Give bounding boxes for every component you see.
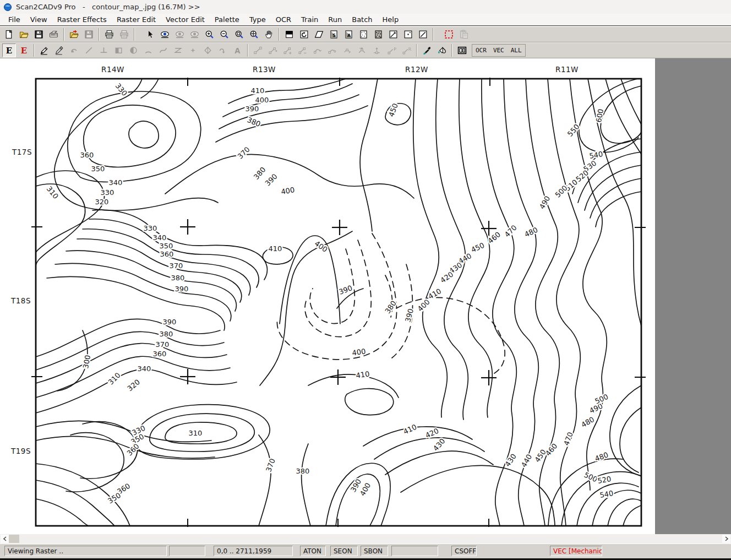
status-spare-2 [391,546,438,556]
menu-run[interactable]: Run [323,14,347,25]
node-rot2-icon [328,46,337,55]
arc-icon [144,46,153,55]
zoom-in-button[interactable] [203,28,216,41]
vector-edit-mode-button[interactable]: E [17,44,31,57]
contour-elevation-label: 320 [95,198,109,206]
zoom-window-icon [234,30,244,39]
svg-text:A: A [347,33,351,38]
menu-palette[interactable]: Palette [210,14,244,25]
contour-elevation-label: 340 [109,178,123,187]
curve-tool-button [156,44,170,57]
curve-icon [159,46,168,55]
flood-fill-button[interactable] [435,44,449,57]
save-button[interactable] [32,28,46,41]
new-button[interactable] [2,28,16,41]
toolbar-separator [134,28,135,41]
draw-pencil-button[interactable] [37,44,51,57]
ocr-mode-button[interactable]: OCR [473,45,489,56]
menu-bar: FileViewRaster EffectsRaster EditVector … [0,14,731,26]
node-rot-icon [313,46,322,55]
smooth-button[interactable]: S [327,28,341,41]
chevron-right-icon[interactable] [722,535,730,543]
contour-elevation-label: 360 [160,250,174,258]
menu-help[interactable]: Help [378,14,404,25]
contour-map-image: R14WR13WR12WR11WT17ST18ST19S330410400390… [0,58,655,534]
contour-elevation-label: 350 [91,165,105,173]
menu-raster-edit[interactable]: Raster Edit [112,14,161,25]
node-minus-icon [298,46,307,55]
view-both-button[interactable] [158,28,172,41]
drawing-canvas[interactable]: R14WR13WR12WR11WT17ST18ST19S330410400390… [0,58,655,534]
range-label: R11W [555,65,579,74]
vec-mode-button[interactable]: VEC [491,45,506,56]
line-tool-button [82,44,96,57]
open-button[interactable] [17,28,31,41]
node-swap-icon [357,46,367,55]
auto-clean-button[interactable]: A [342,28,356,41]
fill-holes-button[interactable] [372,28,385,41]
scrollbar-thumb[interactable] [9,535,19,543]
horizontal-scrollbar[interactable] [0,534,731,543]
diamond-tool-button [201,44,215,57]
undo-button [67,44,81,57]
threshold-button[interactable] [282,28,296,41]
menu-file[interactable]: File [3,14,25,25]
node-rot3-icon [342,46,352,55]
menu-train[interactable]: Train [296,14,323,25]
menu-ocr[interactable]: OCR [271,14,296,25]
color-picker-button[interactable] [420,44,434,57]
svg-text:A: A [234,47,241,55]
ortho-line-tool-button [97,44,111,57]
menu-vector-edit[interactable]: Vector Edit [161,14,210,25]
rotate-segment-button [310,44,324,57]
rotate-image-button[interactable] [297,28,311,41]
chevron-left-icon[interactable] [1,535,9,543]
zoom-extents-button[interactable] [247,28,261,41]
print-button[interactable] [102,28,116,41]
contour-elevation-label: 380 [171,274,185,282]
remove-speckles-button[interactable] [357,28,370,41]
menu-type[interactable]: Type [244,14,271,25]
bucket-icon [437,46,446,55]
view-layout-button[interactable] [455,44,469,57]
eye-icon [175,30,184,39]
contour-elevation-label: 340 [153,233,167,242]
perp-icon [99,46,108,55]
cursor-icon [145,30,155,39]
svg-text:P: P [394,47,396,52]
township-label: T19S [10,447,31,455]
raster-edit-mode-button[interactable]: E [2,44,16,57]
scan-button[interactable] [47,28,61,41]
raster-select-area-button[interactable] [442,28,456,41]
thin-lines-button[interactable] [386,28,400,41]
toolbar-standard: SA [0,26,731,42]
deskew-button[interactable] [312,28,326,41]
menu-batch[interactable]: Batch [347,14,377,25]
toolbar-separator [247,44,248,57]
move-node-button [266,44,280,57]
erase-pencil-button[interactable] [52,44,66,57]
open-merge-button[interactable] [67,28,81,41]
pixel-edit-button[interactable] [401,28,415,41]
contour-elevation-label: 390 [246,105,259,113]
contour-elevation-label: 380 [160,330,173,338]
all-mode-button[interactable]: ALL [509,45,524,56]
select-cursor-button[interactable] [143,28,157,41]
toolbar-separator [34,44,35,57]
join-segments-button [355,44,369,57]
menu-raster-effects[interactable]: Raster Effects [52,14,112,25]
title-bar: Scan2CADv9 Pro - contour_map_.jpg (16.7M… [0,0,731,14]
contour-elevation-label: 340 [138,365,151,373]
app-icon [3,3,12,12]
straighten-segment-button [340,44,354,57]
point-tool-button [186,44,200,57]
draw-raster-line-button[interactable] [416,28,430,41]
status-sbon: SBON [361,546,388,556]
menu-view[interactable]: View [25,14,52,25]
contour-elevation-label: 350 [160,242,173,250]
node-r-icon: R [402,46,411,55]
pan-button[interactable] [262,28,276,41]
contour-elevation-label: 390 [175,285,189,293]
zoom-window-button[interactable] [232,28,246,41]
zoom-out-button[interactable] [217,28,231,41]
